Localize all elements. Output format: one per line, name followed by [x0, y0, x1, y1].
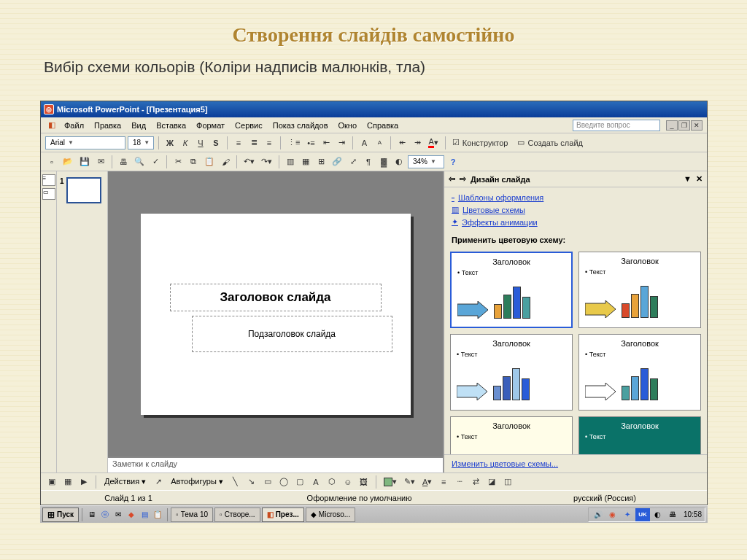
paste-button[interactable]: 📋	[202, 155, 217, 169]
table-button[interactable]: ▦	[299, 155, 312, 169]
menu-format[interactable]: Формат	[192, 120, 229, 131]
redo-button[interactable]: ↷▾	[259, 155, 274, 169]
shadow-style-button[interactable]: ◪	[485, 475, 498, 489]
view-normal-button[interactable]: ▣	[45, 475, 58, 489]
outline-tab[interactable]: ≡	[42, 174, 55, 186]
forward-icon[interactable]: ⇨	[460, 174, 466, 184]
font-color-button[interactable]: A▾	[426, 136, 440, 150]
task-item-2[interactable]: ▫Створе...	[214, 508, 260, 522]
link-templates[interactable]: ▫Шаблоны оформления	[452, 192, 700, 203]
picture-icon[interactable]: 🖼	[357, 475, 371, 489]
align-center-button[interactable]: ≣	[247, 136, 260, 150]
actions-menu[interactable]: Действия ▾	[101, 477, 149, 486]
taskpane-close[interactable]: ✕	[696, 174, 703, 184]
scheme-card-4[interactable]: Заголовок • Текст	[578, 334, 701, 411]
doc-restore-button[interactable]: ❐	[678, 120, 690, 131]
rect-icon[interactable]: ▭	[261, 475, 274, 489]
app-icon-1[interactable]: ◆	[125, 508, 138, 521]
chart-button[interactable]: ▥	[284, 155, 297, 169]
menu-file[interactable]: Файл	[60, 120, 88, 131]
hyperlink-button[interactable]: 🔗	[330, 155, 344, 169]
ie-icon[interactable]: ⓔ	[98, 508, 112, 521]
thumbnail-1[interactable]: 1	[60, 177, 104, 203]
textbox-icon[interactable]: ▢	[293, 475, 306, 489]
doc-icon[interactable]: ◧	[45, 118, 58, 133]
indent-dec-button[interactable]: ⇤	[320, 136, 333, 150]
back-icon[interactable]: ⇦	[449, 174, 455, 184]
oval-icon[interactable]: ◯	[277, 475, 290, 489]
task-item-3[interactable]: ◧През...	[262, 508, 304, 522]
doc-close-button[interactable]: ✕	[691, 120, 703, 131]
app-icon-2[interactable]: ▤	[138, 508, 151, 521]
view-sorter-button[interactable]: ▦	[61, 475, 74, 489]
scheme-card-2[interactable]: Заголовок • Текст	[578, 252, 701, 328]
format-painter-button[interactable]: 🖌	[219, 155, 232, 169]
line-icon[interactable]: ╲	[229, 475, 242, 489]
edit-schemes-link[interactable]: Изменить цветовые схемы...	[444, 454, 707, 472]
menu-window[interactable]: Окно	[334, 120, 362, 131]
subtitle-placeholder[interactable]: Подзаголовок слайда	[192, 316, 392, 352]
indent-inc-button[interactable]: ⇥	[335, 136, 348, 150]
spell-button[interactable]: ✓	[149, 155, 162, 169]
align-right-button[interactable]: ≡	[263, 136, 276, 150]
menu-tools[interactable]: Сервис	[231, 120, 267, 131]
underline-button[interactable]: Ч	[194, 136, 207, 150]
lang-indicator[interactable]: UK	[635, 508, 650, 521]
diagram-icon[interactable]: ⬡	[325, 475, 338, 489]
dash-style-button[interactable]: ┈	[453, 475, 466, 489]
select-icon[interactable]: ➚	[152, 475, 165, 489]
doc-minimize-button[interactable]: _	[666, 120, 678, 131]
scheme-card-1[interactable]: Заголовок • Текст	[450, 252, 573, 328]
arrow-icon[interactable]: ↘	[245, 475, 258, 489]
demote-button[interactable]: ↠	[411, 136, 424, 150]
task-item-4[interactable]: ◆Microso...	[306, 508, 355, 522]
desktop-icon[interactable]: 🖥	[85, 508, 98, 521]
save-button[interactable]: 💾	[77, 155, 92, 169]
designer-button[interactable]: ☑Конструктор	[450, 136, 514, 150]
italic-button[interactable]: К	[179, 136, 192, 150]
menu-insert[interactable]: Вставка	[152, 120, 190, 131]
slides-tab[interactable]: ▭	[42, 188, 55, 200]
promote-button[interactable]: ↞	[395, 136, 409, 150]
show-formatting-button[interactable]: ¶	[362, 155, 375, 169]
menu-edit[interactable]: Правка	[90, 120, 125, 131]
taskpane-dropdown[interactable]: ▼	[684, 174, 692, 184]
cut-button[interactable]: ✂	[171, 155, 185, 169]
tray-icon-5[interactable]: 🖶	[666, 508, 679, 521]
print-button[interactable]: 🖶	[117, 155, 130, 169]
align-left-button[interactable]: ≡	[232, 136, 245, 150]
color-toggle-button[interactable]: ◐	[392, 155, 406, 169]
tray-icon-2[interactable]: ◉	[606, 508, 619, 521]
help-button[interactable]: ?	[446, 155, 460, 169]
font-grow-button[interactable]: A	[357, 136, 371, 150]
font-shrink-button[interactable]: A	[373, 136, 386, 150]
bullets-button[interactable]: •≡	[304, 136, 317, 150]
view-show-button[interactable]: ▶	[77, 475, 90, 489]
fill-color-button[interactable]: ▾	[382, 475, 399, 489]
text-color-button[interactable]: A▾	[420, 475, 434, 489]
task-item-1[interactable]: ▫Тема 10	[171, 508, 213, 522]
line-style-button[interactable]: ≡	[437, 475, 450, 489]
zoom-combo[interactable]: 34%▼	[408, 155, 444, 168]
app-icon-3[interactable]: 📋	[151, 508, 164, 521]
open-button[interactable]: 📂	[61, 155, 75, 169]
copy-button[interactable]: ⧉	[187, 155, 200, 169]
scheme-card-5[interactable]: Заголовок • Текст	[450, 416, 573, 454]
menu-view[interactable]: Вид	[127, 120, 150, 131]
new-button[interactable]: ▫	[45, 155, 58, 169]
tray-icon-1[interactable]: 🔊	[592, 508, 605, 521]
tables-borders-button[interactable]: ⊞	[314, 155, 328, 169]
link-color-schemes[interactable]: ▥Цветовые схемы	[452, 203, 700, 216]
outlook-icon[interactable]: ✉	[112, 508, 125, 521]
bold-button[interactable]: Ж	[163, 136, 177, 150]
scheme-card-6[interactable]: Заголовок • Текст	[578, 416, 701, 454]
arrow-style-button[interactable]: ⇄	[469, 475, 482, 489]
notes-pane[interactable]: Заметки к слайду	[108, 456, 443, 472]
mail-button[interactable]: ✉	[94, 155, 107, 169]
scheme-card-3[interactable]: Заголовок • Текст	[450, 334, 573, 411]
size-combo[interactable]: 18▼	[128, 136, 154, 149]
expand-button[interactable]: ⤢	[347, 155, 360, 169]
title-placeholder[interactable]: Заголовок слайда	[170, 284, 382, 311]
autoshapes-menu[interactable]: Автофигуры ▾	[168, 477, 226, 486]
new-slide-button[interactable]: ▭Создать слайд	[515, 136, 587, 150]
